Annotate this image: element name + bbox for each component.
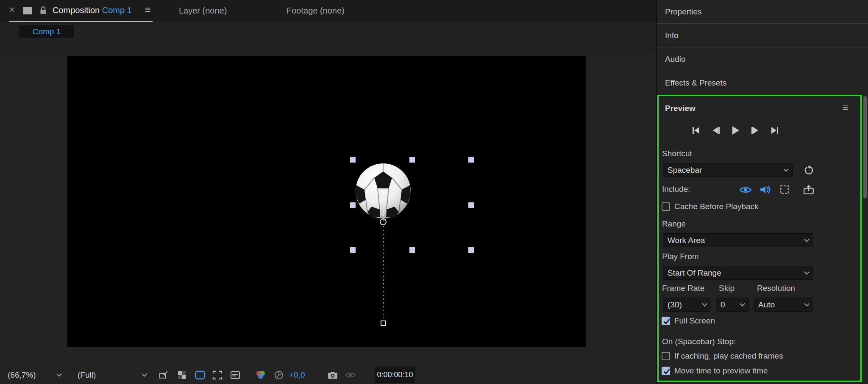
mask-visibility-icon[interactable] bbox=[194, 369, 206, 381]
chevron-down-icon bbox=[804, 237, 810, 242]
grid-guides-icon[interactable] bbox=[157, 369, 170, 381]
transport-controls bbox=[690, 124, 781, 137]
range-select[interactable]: Work Area bbox=[663, 233, 813, 247]
selection-handle[interactable] bbox=[350, 247, 356, 253]
on-stop-label: On (Spacebar) Stop: bbox=[662, 337, 736, 346]
resolution-select[interactable]: (Full) bbox=[78, 369, 146, 381]
composition-canvas[interactable] bbox=[67, 56, 586, 347]
include-audio-speaker-icon[interactable] bbox=[759, 183, 771, 196]
show-snapshot-icon[interactable] bbox=[344, 369, 357, 381]
transparency-grid-icon[interactable] bbox=[175, 369, 188, 381]
chevron-down-icon bbox=[804, 301, 810, 307]
panel-tab-properties[interactable]: Properties bbox=[657, 0, 868, 24]
selection-handle[interactable] bbox=[468, 202, 474, 208]
sidebar-scrollbar[interactable] bbox=[863, 96, 867, 199]
tab-footage[interactable]: Footage (none) bbox=[287, 6, 345, 16]
skip-value: 0 bbox=[721, 300, 725, 309]
magnification-select[interactable]: (66,7%) bbox=[8, 369, 61, 381]
motion-path-end-keyframe[interactable] bbox=[381, 320, 386, 326]
full-screen-checkbox[interactable] bbox=[662, 317, 670, 325]
anchor-point-icon[interactable] bbox=[380, 218, 387, 225]
tab-composition-name: Comp 1 bbox=[102, 6, 132, 15]
view-options-icon[interactable] bbox=[229, 369, 242, 381]
if-caching-row: If caching, play cached frames bbox=[662, 351, 783, 361]
panel-tab-effects-presets[interactable]: Effects & Presets bbox=[657, 71, 868, 95]
play-from-select[interactable]: Start Of Range bbox=[663, 266, 813, 280]
shortcut-value: Spacebar bbox=[668, 166, 702, 175]
preview-panel-menu-icon[interactable]: ≡ bbox=[843, 102, 848, 113]
selection-handle[interactable] bbox=[468, 247, 474, 253]
move-time-label: Move time to preview time bbox=[674, 366, 768, 376]
if-caching-checkbox[interactable] bbox=[662, 352, 670, 360]
layer-anchor-handle[interactable] bbox=[380, 189, 387, 196]
preview-resolution-select[interactable]: Auto bbox=[754, 298, 813, 312]
tab-composition[interactable]: Composition Comp 1 bbox=[53, 6, 132, 15]
viewer-bottom-toolbar: (66,7%) (Full) bbox=[0, 365, 656, 384]
exposure-value[interactable]: +0,0 bbox=[289, 370, 305, 380]
chevron-down-icon bbox=[142, 371, 147, 377]
lock-icon[interactable] bbox=[40, 6, 47, 16]
previous-frame-button[interactable] bbox=[710, 124, 722, 136]
first-frame-button[interactable] bbox=[690, 124, 702, 136]
cache-before-playback-label: Cache Before Playback bbox=[674, 202, 759, 211]
tab-layer[interactable]: Layer (none) bbox=[179, 6, 227, 16]
panel-tab-info[interactable]: Info bbox=[657, 24, 868, 47]
next-frame-button[interactable] bbox=[749, 124, 761, 136]
chevron-down-icon bbox=[804, 269, 810, 275]
move-time-checkbox[interactable] bbox=[662, 367, 670, 375]
include-video-eye-icon[interactable] bbox=[739, 183, 752, 196]
include-overlays-icon[interactable] bbox=[778, 183, 791, 196]
chevron-down-icon bbox=[740, 301, 745, 307]
move-time-row: Move time to preview time bbox=[662, 366, 768, 376]
skip-select[interactable]: 0 bbox=[716, 298, 749, 312]
selection-handle[interactable] bbox=[409, 247, 415, 253]
skip-label: Skip bbox=[719, 284, 734, 293]
composition-navigator: Comp 1 bbox=[0, 22, 656, 51]
panel-tab-audio[interactable]: Audio bbox=[657, 47, 868, 71]
reset-shortcut-icon[interactable] bbox=[802, 164, 815, 177]
region-of-interest-icon[interactable] bbox=[211, 369, 224, 381]
preview-resolution-value: Auto bbox=[758, 300, 775, 309]
preview-time-display[interactable]: 0:00:00:10 bbox=[375, 367, 415, 383]
anchor-line bbox=[383, 196, 384, 221]
right-panel-stack: Properties Info Audio Effects & Presets … bbox=[656, 0, 868, 384]
snapshot-camera-icon[interactable] bbox=[326, 369, 339, 381]
range-value: Work Area bbox=[668, 236, 705, 245]
close-icon[interactable]: × bbox=[9, 4, 15, 15]
last-frame-button[interactable] bbox=[769, 124, 781, 136]
viewer-tab-bar: × Composition Comp 1 ≡ Layer (none) Foot… bbox=[0, 0, 656, 22]
shortcut-select[interactable]: Spacebar bbox=[663, 163, 793, 177]
panel-icon[interactable] bbox=[23, 7, 32, 14]
reset-exposure-icon[interactable] bbox=[273, 369, 285, 381]
chevron-down-icon bbox=[783, 166, 789, 172]
channel-settings-icon[interactable] bbox=[254, 369, 267, 381]
composition-viewer-panel: × Composition Comp 1 ≡ Layer (none) Foot… bbox=[0, 0, 656, 384]
frame-rate-value: (30) bbox=[668, 300, 682, 309]
chevron-down-icon bbox=[702, 301, 707, 307]
chevron-down-icon bbox=[56, 371, 62, 377]
viewer-area bbox=[0, 52, 656, 365]
magnification-value: (66,7%) bbox=[8, 370, 36, 380]
motion-path bbox=[383, 226, 384, 318]
resolution-value: (Full) bbox=[78, 370, 96, 380]
range-label: Range bbox=[662, 219, 686, 229]
cache-before-playback-row: Cache Before Playback bbox=[662, 202, 759, 211]
tab-menu-icon[interactable]: ≡ bbox=[145, 4, 150, 16]
resolution-label: Resolution bbox=[757, 284, 795, 293]
full-screen-row: Full Screen bbox=[662, 316, 715, 326]
full-screen-label: Full Screen bbox=[674, 316, 715, 326]
play-from-value: Start Of Range bbox=[668, 268, 721, 278]
selection-handle[interactable] bbox=[468, 157, 474, 163]
play-from-label: Play From bbox=[662, 252, 699, 261]
frame-rate-select[interactable]: (30) bbox=[663, 298, 711, 312]
play-button[interactable] bbox=[729, 124, 741, 136]
preview-panel-title: Preview bbox=[665, 104, 696, 113]
cache-before-playback-checkbox[interactable] bbox=[662, 202, 670, 211]
frame-rate-label: Frame Rate bbox=[662, 284, 704, 293]
comp-navigator-button[interactable]: Comp 1 bbox=[19, 25, 74, 38]
device-preview-icon[interactable] bbox=[802, 183, 815, 196]
tab-composition-label: Composition bbox=[53, 6, 100, 15]
if-caching-label: If caching, play cached frames bbox=[674, 351, 783, 361]
include-label: Include: bbox=[662, 185, 690, 194]
shortcut-label: Shortcut bbox=[662, 149, 692, 158]
